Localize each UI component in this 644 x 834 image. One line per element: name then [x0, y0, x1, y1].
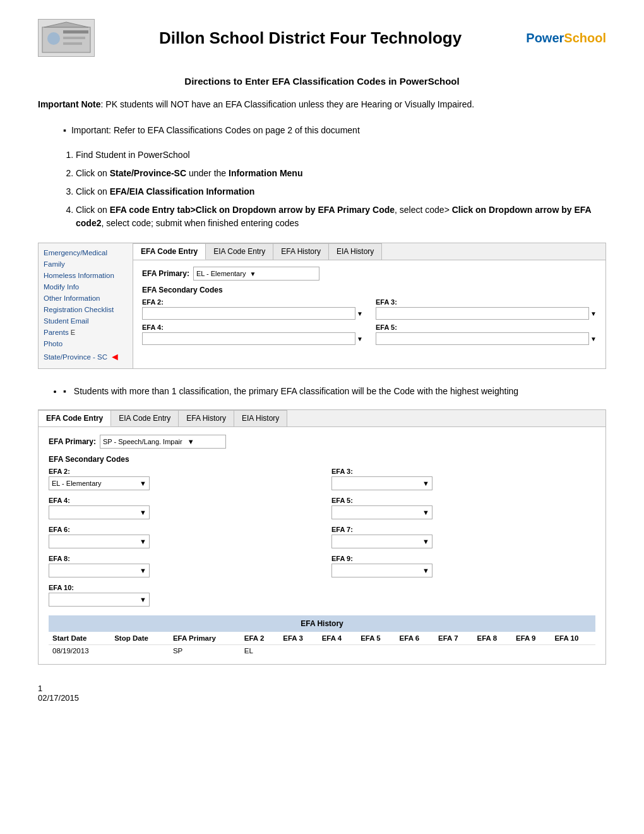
efa5-select-2[interactable]: ▼: [331, 505, 432, 519]
efa4-arrow-2: ▼: [140, 509, 146, 516]
row1-start: 08/19/2013: [49, 645, 110, 657]
important-label: Important Note: [38, 99, 101, 109]
efa5-group: EFA 5: ▼: [331, 497, 595, 522]
efa6-label-2: EFA 6:: [49, 526, 313, 533]
history-table: Start Date Stop Date EFA Primary EFA 2 E…: [49, 632, 595, 656]
screenshot-1: Emergency/Medical Family Homeless Inform…: [38, 243, 606, 369]
sidebar-email: Student Email: [39, 315, 133, 327]
sidebar-other: Other Information: [39, 293, 133, 304]
sidebar-emergency: Emergency/Medical: [39, 247, 133, 258]
efa9-label-2: EFA 9:: [331, 555, 595, 562]
tab-efa-history-2[interactable]: EFA History: [179, 410, 234, 426]
efa7-arrow-2: ▼: [422, 538, 429, 545]
efa5-field: EFA 5: ▼: [376, 323, 597, 345]
efa2-label: EFA 2:: [142, 298, 363, 306]
col-efa10: EFA 10: [551, 632, 595, 645]
efa2-label-2: EFA 2:: [49, 468, 313, 475]
efa2-field: EFA 2: ▼: [142, 298, 363, 320]
efa5-input[interactable]: [376, 332, 589, 345]
efa6-select-2[interactable]: ▼: [49, 535, 150, 548]
row1-efa8: [474, 645, 512, 657]
page-number: 1: [38, 684, 606, 693]
efa8-value-2: [52, 567, 54, 574]
efa5-arrow-2: ▼: [422, 509, 429, 516]
efa3-input[interactable]: [376, 307, 589, 320]
page-title: Dillon School District Four Technology: [95, 28, 526, 48]
efa2-input-row: ▼: [142, 307, 363, 320]
primary-row-2: EFA Primary: SP - Speech/Lang. Impair ▼: [49, 435, 595, 449]
efa3-select-2[interactable]: ▼: [331, 476, 432, 490]
primary-select-2[interactable]: SP - Speech/Lang. Impair ▼: [100, 435, 226, 449]
efa2-select-row: EL - Elementary ▼: [49, 476, 313, 490]
efa6-arrow-2: ▼: [140, 538, 146, 545]
efa9-select-2[interactable]: ▼: [331, 564, 432, 577]
svg-rect-3: [63, 37, 85, 39]
tab-eia-code-entry-1[interactable]: EIA Code Entry: [206, 243, 273, 260]
bullet-list: Important: Refer to EFA Classifications …: [63, 124, 606, 137]
empty-placeholder: [331, 584, 595, 609]
step-1: Find Student in PowerSchool: [76, 148, 606, 162]
efa6-select-row: ▼: [49, 535, 313, 548]
footer: 1 02/17/2015: [38, 684, 606, 703]
tab-eia-history-1[interactable]: EIA History: [329, 243, 382, 260]
primary-label-1: EFA Primary:: [142, 269, 189, 278]
efa4-input-row: ▼: [142, 332, 363, 345]
efa8-label-2: EFA 8:: [49, 555, 313, 562]
efa4-group: EFA 4: ▼: [49, 497, 313, 522]
efa2-arrow: ▼: [357, 310, 363, 317]
col-efa9: EFA 9: [512, 632, 551, 645]
primary-arrow-2: ▼: [188, 438, 194, 445]
page-header: Dillon School District Four Technology P…: [38, 19, 606, 57]
efa4-input[interactable]: [142, 332, 355, 345]
secondary-label-1: EFA Secondary Codes: [142, 286, 597, 294]
col-efa-primary: EFA Primary: [169, 632, 241, 645]
tab-efa-code-entry-1[interactable]: EFA Code Entry: [133, 243, 206, 260]
efa3-arrow: ▼: [590, 310, 597, 317]
efa7-label-2: EFA 7:: [331, 526, 595, 533]
step-4: Click on EFA code Entry tab>Click on Dro…: [76, 203, 606, 230]
tab-efa-history-1[interactable]: EFA History: [273, 243, 329, 260]
tab-efa-code-entry-2[interactable]: EFA Code Entry: [39, 410, 111, 426]
important-text: : PK students will NOT have an EFA Class…: [101, 99, 475, 109]
efa5-arrow: ▼: [590, 335, 597, 342]
efa5-label: EFA 5:: [376, 323, 597, 331]
efa7-select-row: ▼: [331, 535, 595, 548]
efa4-field: EFA 4: ▼: [142, 323, 363, 345]
efa7-group: EFA 7: ▼: [331, 526, 595, 551]
row1-efa3: [279, 645, 318, 657]
row1-efa6: [396, 645, 434, 657]
sidebar-registration: Registration Checklist: [39, 304, 133, 315]
row1-stop: [110, 645, 169, 657]
efa7-select-2[interactable]: ▼: [331, 535, 432, 548]
form-area-1: EFA Primary: EL - Elementary ▼ EFA Secon…: [133, 260, 605, 351]
screenshot-sidebar: Emergency/Medical Family Homeless Inform…: [39, 243, 133, 368]
efa10-value-2: [52, 596, 54, 603]
efa2-arrow-2: ▼: [140, 480, 146, 487]
efa2-select-2[interactable]: EL - Elementary ▼: [49, 476, 150, 490]
bullet-item-2: Students with more than 1 classification…: [63, 385, 606, 398]
col-efa6: EFA 6: [396, 632, 434, 645]
efa5-value-2: [335, 509, 337, 516]
sidebar-state-province: State/Province - SC ◄: [39, 349, 133, 365]
efa3-input-row: ▼: [376, 307, 597, 320]
efa8-select-2[interactable]: ▼: [49, 564, 150, 577]
history-row-1: 08/19/2013 SP EL: [49, 645, 595, 657]
efa7-value-2: [335, 538, 337, 545]
efa2-input[interactable]: [142, 307, 355, 320]
step-3: Click on EFA/EIA Classification Informat…: [76, 185, 606, 198]
efa6-group: EFA 6: ▼: [49, 526, 313, 551]
tab-eia-code-entry-2[interactable]: EIA Code Entry: [111, 410, 179, 426]
efa6-value-2: [52, 538, 54, 545]
primary-select-1[interactable]: EL - Elementary ▼: [193, 267, 319, 281]
efa10-select-2[interactable]: ▼: [49, 593, 150, 607]
row1-efa10: [551, 645, 595, 657]
tab-eia-history-2[interactable]: EIA History: [234, 410, 287, 426]
efa4-select-2[interactable]: ▼: [49, 505, 150, 519]
tabs-bar-2: EFA Code Entry EIA Code Entry EFA Histor…: [39, 410, 605, 427]
tabs-bar-1: EFA Code Entry EIA Code Entry EFA Histor…: [133, 243, 605, 260]
efa-history-section: EFA History: [49, 615, 595, 632]
primary-value-1: EL - Elementary: [196, 270, 246, 277]
important-note: Important Note: PK students will NOT hav…: [38, 98, 606, 111]
efa9-value-2: [335, 567, 337, 574]
efa10-select-row: ▼: [49, 593, 313, 607]
